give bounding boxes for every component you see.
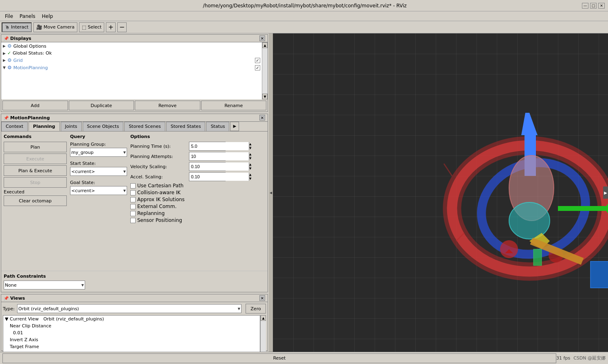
camera-icon: 🎥 bbox=[36, 24, 42, 30]
views-scroll-track bbox=[261, 321, 266, 352]
planning-time-input[interactable] bbox=[189, 142, 249, 150]
motion-pin-icon: 📌 bbox=[4, 116, 9, 120]
planning-attempts-input[interactable] bbox=[189, 152, 249, 160]
duplicate-display-button[interactable]: Duplicate bbox=[69, 101, 134, 110]
expand-icon: ▶ bbox=[3, 51, 6, 55]
interact-icon: 🖱 bbox=[5, 24, 10, 30]
interact-button[interactable]: 🖱 Interact bbox=[2, 22, 32, 32]
scroll-down-button[interactable]: ▼ bbox=[262, 94, 268, 99]
views-close-button[interactable]: ✕ bbox=[259, 295, 265, 301]
clear-octomap-button[interactable]: Clear octomap bbox=[4, 195, 67, 206]
accel-scaling-input[interactable] bbox=[189, 173, 249, 181]
remove-display-button[interactable]: Remove bbox=[135, 101, 200, 110]
display-item-global-options[interactable]: ▶ ⚙ Global Options bbox=[1, 42, 262, 50]
use-cartesian-path-checkbox[interactable] bbox=[130, 183, 136, 189]
select-icon: ⬚ bbox=[82, 24, 86, 30]
tabs-scroll-arrow[interactable]: ▶ bbox=[230, 122, 239, 131]
accel-scaling-label: Accel. Scaling: bbox=[130, 174, 187, 180]
move-camera-button[interactable]: 🎥 Move Camera bbox=[33, 22, 77, 32]
displays-close-button[interactable]: ✕ bbox=[259, 35, 265, 41]
execute-button[interactable]: Execute bbox=[4, 153, 67, 164]
display-item-motion-planning[interactable]: ▼ ⚙ MotionPlanning ✓ bbox=[1, 64, 262, 71]
main-content: 📌 Displays ✕ ▶ ⚙ Global Options ▶ ✓ bbox=[0, 33, 608, 352]
accel-scaling-up[interactable]: ▲ bbox=[249, 173, 251, 177]
displays-scrollbar[interactable]: ▲ ▼ bbox=[262, 42, 268, 99]
viewport-right-arrow[interactable]: ▶ bbox=[603, 186, 608, 199]
views-scroll-up[interactable]: ▲ bbox=[261, 315, 266, 321]
approx-ik-row: Approx IK Solutions bbox=[130, 197, 265, 202]
rename-display-button[interactable]: Rename bbox=[201, 101, 267, 110]
add-button[interactable]: + bbox=[106, 22, 115, 32]
red-ball-left bbox=[500, 240, 518, 258]
velocity-scaling-up[interactable]: ▲ bbox=[249, 162, 251, 167]
accel-scaling-down[interactable]: ▼ bbox=[249, 177, 251, 181]
display-item-label: Grid bbox=[13, 58, 253, 63]
views-panel: 📌 Views ✕ Type: Orbit (rviz_default_plug… bbox=[1, 294, 268, 351]
planning-attempts-spinbox[interactable]: ▲ ▼ bbox=[189, 152, 226, 161]
add-display-button[interactable]: Add bbox=[2, 101, 68, 110]
planning-time-spinbox[interactable]: ▲ ▼ bbox=[189, 142, 226, 151]
velocity-scaling-input[interactable] bbox=[189, 162, 249, 171]
external-comm-label: External Comm. bbox=[137, 204, 177, 209]
planning-group-value: my_group bbox=[71, 150, 94, 155]
external-comm-checkbox[interactable] bbox=[130, 204, 136, 209]
approx-ik-checkbox[interactable] bbox=[130, 197, 136, 202]
motion-planning-panel: 📌 MotionPlanning ✕ Context Planning Join… bbox=[1, 114, 268, 292]
minus-button[interactable]: − bbox=[117, 22, 127, 32]
zero-button[interactable]: Zero bbox=[246, 304, 266, 314]
select-button[interactable]: ⬚ Select bbox=[79, 22, 104, 32]
planning-attempts-up[interactable]: ▲ bbox=[249, 152, 251, 157]
panel-collapse-arrow[interactable]: ◀ bbox=[269, 33, 273, 352]
planning-attempts-down[interactable]: ▼ bbox=[249, 157, 251, 161]
planning-attempts-label: Planning Attempts: bbox=[130, 154, 187, 159]
tab-status[interactable]: Status bbox=[206, 122, 229, 131]
path-constraints-select[interactable]: None ▼ bbox=[4, 281, 85, 289]
tab-stored-states[interactable]: Stored States bbox=[166, 122, 205, 131]
menu-help[interactable]: Help bbox=[39, 13, 56, 20]
tab-context[interactable]: Context bbox=[1, 122, 28, 131]
tab-joints[interactable]: Joints bbox=[61, 122, 82, 131]
goal-state-select[interactable]: <current> ▼ bbox=[70, 186, 127, 195]
velocity-scaling-down[interactable]: ▼ bbox=[249, 167, 251, 171]
display-item-grid[interactable]: ▶ ⚙ Grid ✓ bbox=[1, 57, 262, 64]
plan-execute-button[interactable]: Plan & Execute bbox=[4, 165, 67, 176]
menu-panels[interactable]: Panels bbox=[16, 13, 39, 20]
planning-content: Commands Plan Execute Plan & Execute Sto… bbox=[1, 132, 268, 271]
expand-icon: ▼ bbox=[5, 316, 8, 322]
motion-planning-checkbox[interactable]: ✓ bbox=[255, 65, 260, 70]
tab-scene-objects[interactable]: Scene Objects bbox=[83, 122, 124, 131]
select-label: Select bbox=[88, 24, 101, 30]
tab-stored-scenes[interactable]: Stored Scenes bbox=[124, 122, 165, 131]
grid-pattern bbox=[273, 33, 608, 352]
start-state-select[interactable]: <current> ▼ bbox=[70, 167, 127, 176]
menu-file[interactable]: File bbox=[2, 13, 16, 20]
collision-aware-ik-checkbox[interactable] bbox=[130, 190, 136, 195]
options-title: Options bbox=[130, 134, 265, 139]
accel-scaling-row: Accel. Scaling: ▲ ▼ bbox=[130, 172, 265, 181]
planning-time-down[interactable]: ▼ bbox=[249, 147, 251, 151]
planning-group-select[interactable]: my_group ▼ bbox=[70, 148, 127, 157]
velocity-scaling-row: Velocity Scaling: ▲ ▼ bbox=[130, 162, 265, 171]
minimize-button[interactable]: — bbox=[582, 3, 588, 9]
grid-checkbox[interactable]: ✓ bbox=[255, 58, 260, 63]
target-frame-item: Target Frame bbox=[3, 343, 260, 350]
planning-time-up[interactable]: ▲ bbox=[249, 142, 251, 147]
current-view-item[interactable]: ▼ Current View Orbit (rviz_default_plugi… bbox=[3, 316, 260, 322]
scroll-up-button[interactable]: ▲ bbox=[262, 42, 268, 48]
views-scrollbar[interactable]: ▲ ▼ bbox=[260, 315, 266, 352]
replanning-label: Replanning bbox=[137, 211, 165, 216]
close-button[interactable]: ✕ bbox=[598, 3, 605, 9]
replanning-checkbox[interactable] bbox=[130, 211, 136, 216]
display-item-global-status[interactable]: ▶ ✓ Global Status: Ok bbox=[1, 50, 262, 57]
tab-planning[interactable]: Planning bbox=[29, 122, 59, 131]
toolbar: 🖱 Interact 🎥 Move Camera ⬚ Select + − bbox=[0, 21, 608, 33]
maximize-button[interactable]: □ bbox=[590, 3, 597, 9]
accel-scaling-spinbox[interactable]: ▲ ▼ bbox=[189, 172, 226, 181]
velocity-scaling-spinbox[interactable]: ▲ ▼ bbox=[189, 162, 226, 171]
motion-panel-close-button[interactable]: ✕ bbox=[259, 115, 265, 121]
views-type-select[interactable]: Orbit (rviz_default_plugins) ▼ bbox=[17, 304, 241, 313]
stop-button[interactable]: Stop bbox=[4, 177, 67, 188]
sensor-positioning-checkbox[interactable] bbox=[130, 218, 136, 223]
reset-button[interactable]: Reset bbox=[2, 353, 556, 363]
plan-button[interactable]: Plan bbox=[4, 142, 67, 152]
